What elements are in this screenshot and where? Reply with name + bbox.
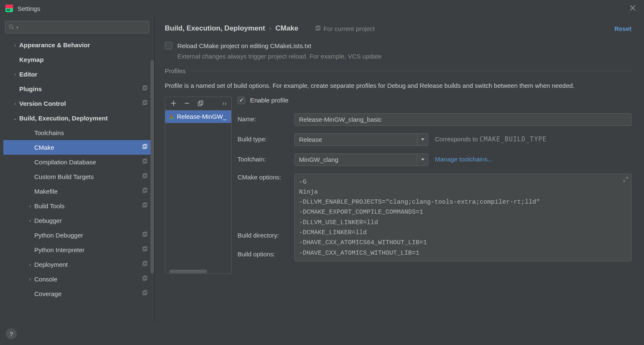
help-button[interactable]: ? [6, 328, 17, 339]
svg-line-4 [13, 28, 14, 30]
sidebar-item-toolchains[interactable]: Toolchains [3, 125, 151, 140]
profile-item-label: Release-MinGW_ [177, 113, 226, 120]
name-label: Name: [238, 113, 288, 123]
svg-rect-2 [7, 10, 10, 10]
expand-icon[interactable] [623, 176, 628, 184]
profile-list[interactable]: Release-MinGW_ [165, 110, 231, 269]
toolchain-label: Toolchain: [238, 153, 288, 163]
svg-rect-1 [5, 5, 13, 8]
sidebar-item-build-execution-deployment[interactable]: ⌄Build, Execution, Deployment [3, 111, 151, 125]
sidebar-item-console[interactable]: ›Console [3, 272, 151, 286]
project-config-icon [142, 290, 148, 297]
manage-toolchains-link[interactable]: Manage toolchains... [435, 153, 493, 163]
chevron-right-icon[interactable]: › [11, 101, 19, 107]
project-config-icon [142, 85, 148, 92]
sidebar-scrollbar[interactable] [151, 60, 154, 273]
sidebar-item-deployment[interactable]: ›Deployment [3, 257, 151, 272]
sidebar-item-label: Custom Build Targets [34, 173, 139, 180]
sidebar-item-makefile[interactable]: Makefile [3, 184, 151, 199]
cmake-options-textarea[interactable] [294, 174, 631, 261]
sidebar-item-label: Editor [19, 71, 148, 78]
sidebar-item-coverage[interactable]: Coverage [3, 286, 151, 301]
project-config-icon [142, 100, 148, 107]
profiles-section-header: Profiles [165, 67, 631, 74]
reload-cmake-row: Reload CMake project on editing CMakeLis… [165, 42, 631, 49]
titlebar: Settings [0, 0, 644, 17]
sidebar-item-python-debugger[interactable]: Python Debugger [3, 228, 151, 243]
svg-rect-32 [199, 101, 203, 105]
close-icon[interactable] [626, 3, 639, 15]
profiles-section-title: Profiles [165, 67, 186, 74]
profiles-toolbar-more[interactable]: ›› [221, 100, 229, 107]
reload-cmake-hint: External changes always trigger project … [177, 53, 631, 60]
sidebar-item-label: Build Tools [34, 202, 139, 210]
chevron-right-icon[interactable]: › [11, 42, 19, 48]
profile-item[interactable]: Release-MinGW_ [165, 110, 231, 123]
sidebar-item-label: Build, Execution, Deployment [19, 115, 148, 122]
project-config-icon [142, 202, 148, 210]
chevron-right-icon[interactable]: › [26, 276, 34, 282]
reload-cmake-label: Reload CMake project on editing CMakeLis… [177, 42, 311, 49]
remove-profile-button[interactable] [181, 98, 193, 108]
chevron-right-icon: › [269, 25, 271, 32]
breadcrumb-current: CMake [276, 24, 299, 33]
profiles-hscrollbar[interactable] [165, 269, 231, 273]
sidebar-item-custom-build-targets[interactable]: Custom Build Targets [3, 169, 151, 184]
sidebar-item-label: Console [34, 276, 139, 283]
sidebar-item-label: Coverage [34, 290, 139, 297]
chevron-down-icon [417, 154, 428, 166]
enable-profile-checkbox[interactable] [238, 97, 245, 104]
app-icon [5, 4, 13, 13]
build-type-select[interactable]: Release [294, 133, 428, 146]
sidebar-item-cmake[interactable]: CMake [3, 140, 151, 155]
sidebar-item-label: Keymap [19, 56, 148, 63]
cmake-icon [169, 114, 174, 120]
sidebar-item-appearance-behavior[interactable]: ›Appearance & Behavior [3, 38, 151, 52]
toolchain-select[interactable]: MinGW_clang [294, 153, 428, 166]
chevron-right-icon[interactable]: › [26, 203, 34, 209]
breadcrumb: Build, Execution, Deployment › CMake [165, 24, 298, 33]
chevron-right-icon[interactable]: › [11, 72, 19, 77]
sidebar-item-label: Python Debugger [34, 232, 139, 239]
sidebar-item-label: Debugger [34, 217, 148, 224]
sidebar-item-editor[interactable]: ›Editor [3, 67, 151, 82]
build-type-label: Build type: [238, 133, 288, 143]
sidebar-item-compilation-database[interactable]: Compilation Database [3, 155, 151, 169]
project-config-icon [142, 144, 148, 151]
add-profile-button[interactable] [168, 98, 179, 108]
name-input[interactable] [294, 113, 631, 126]
settings-window: Settings ▾ ›Appearance & BehaviorKeymap›… [0, 0, 644, 345]
chevron-right-icon[interactable]: › [26, 218, 34, 224]
sidebar-item-debugger[interactable]: ›Debugger [3, 213, 151, 228]
project-config-icon [142, 232, 148, 239]
chevron-down-icon [417, 134, 428, 146]
chevron-right-icon[interactable]: › [26, 262, 34, 268]
reset-button[interactable]: Reset [614, 25, 631, 32]
copy-icon [315, 26, 321, 31]
sidebar-item-keymap[interactable]: Keymap [3, 52, 151, 67]
sidebar-item-label: Python Interpreter [34, 246, 139, 253]
project-scope-badge: For current project [315, 25, 375, 32]
sidebar-item-label: Version Control [19, 100, 139, 107]
settings-tree[interactable]: ›Appearance & BehaviorKeymap›EditorPlugi… [3, 38, 151, 322]
enable-profile-label: Enable profile [250, 97, 289, 104]
profiles-panel: ›› Release-MinGW_ [165, 97, 232, 274]
sidebar: ▾ ›Appearance & BehaviorKeymap›EditorPlu… [0, 17, 155, 322]
sidebar-item-python-interpreter[interactable]: Python Interpreter [3, 243, 151, 257]
svg-point-3 [9, 25, 13, 28]
sidebar-item-build-tools[interactable]: ›Build Tools [3, 199, 151, 213]
copy-profile-button[interactable] [194, 98, 206, 108]
sidebar-item-version-control[interactable]: ›Version Control [3, 96, 151, 111]
svg-rect-31 [198, 102, 202, 106]
sidebar-item-label: CMake [34, 144, 139, 151]
sidebar-item-plugins[interactable]: Plugins [3, 82, 151, 96]
search-history-caret[interactable]: ▾ [16, 25, 18, 30]
window-title: Settings [18, 5, 40, 12]
search-input[interactable]: ▾ [5, 21, 149, 33]
sidebar-item-label: Toolchains [34, 129, 148, 136]
sidebar-item-label: Deployment [34, 261, 139, 268]
project-config-icon [142, 173, 148, 180]
chevron-down-icon[interactable]: ⌄ [11, 115, 19, 121]
breadcrumb-parent[interactable]: Build, Execution, Deployment [165, 24, 265, 33]
reload-cmake-checkbox[interactable] [165, 42, 172, 49]
